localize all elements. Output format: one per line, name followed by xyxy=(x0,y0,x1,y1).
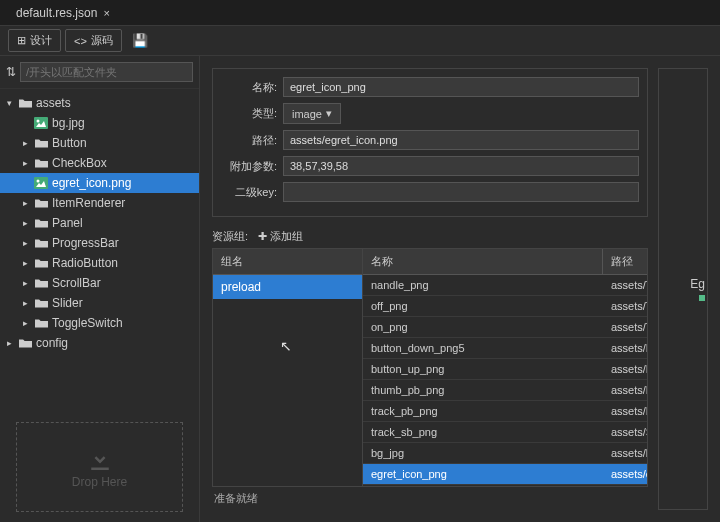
chevron-down-icon[interactable]: ▾ xyxy=(4,98,14,108)
preview-panel: Eg xyxy=(658,68,708,510)
table-row[interactable]: nandle_pngassets/ToggleSwitch xyxy=(363,275,647,296)
cell-path: assets/ToggleSwitch xyxy=(603,275,647,295)
tree-item[interactable]: ▸RadioButton xyxy=(0,253,199,273)
table-row[interactable]: button_down_png5assets/Button/butto xyxy=(363,338,647,359)
tree-item-label: ScrollBar xyxy=(52,276,101,290)
plus-icon: ✚ xyxy=(258,230,267,243)
svg-point-3 xyxy=(37,180,40,183)
image-icon xyxy=(34,177,48,189)
folder-icon xyxy=(34,217,48,229)
source-button[interactable]: <> 源码 xyxy=(65,29,122,52)
tree-item[interactable]: ▸ToggleSwitch xyxy=(0,313,199,333)
tree-item[interactable]: ▸CheckBox xyxy=(0,153,199,173)
chevron-right-icon[interactable]: ▸ xyxy=(20,198,30,208)
chevron-right-icon[interactable]: ▸ xyxy=(4,338,14,348)
type-select[interactable]: image ▾ xyxy=(283,103,341,124)
tab-title: default.res.json xyxy=(16,6,97,20)
table-row[interactable]: track_pb_pngassets/ProgressBar/ xyxy=(363,401,647,422)
tree-item[interactable]: ▸Button xyxy=(0,133,199,153)
type-label: 类型: xyxy=(221,106,277,121)
tree-item-label: ItemRenderer xyxy=(52,196,125,210)
tree-item[interactable]: ▸ItemRenderer xyxy=(0,193,199,213)
cell-name: button_down_png5 xyxy=(363,338,603,358)
cell-path: assets/Button/butto xyxy=(603,359,647,379)
tree-item-label: ToggleSwitch xyxy=(52,316,123,330)
tree-item-label: Slider xyxy=(52,296,83,310)
table-row[interactable]: on_pngassets/ToggleSwitch xyxy=(363,317,647,338)
tree-item[interactable]: ▾assets xyxy=(0,93,199,113)
design-button[interactable]: ⊞ 设计 xyxy=(8,29,61,52)
chevron-right-icon[interactable]: ▸ xyxy=(20,278,30,288)
tree-item[interactable]: egret_icon.png xyxy=(0,173,199,193)
filter-input[interactable] xyxy=(20,62,193,82)
cell-name: track_pb_png xyxy=(363,401,603,421)
tree-item-label: Button xyxy=(52,136,87,150)
secondkey-input[interactable] xyxy=(283,182,639,202)
path-input[interactable] xyxy=(283,130,639,150)
filter-icon[interactable]: ⇅ xyxy=(6,65,16,79)
cell-name: off_png xyxy=(363,296,603,316)
tree-item[interactable]: bg.jpg xyxy=(0,113,199,133)
tree-item-label: config xyxy=(36,336,68,350)
add-group-button[interactable]: ✚ 添加组 xyxy=(258,229,303,244)
tree-item-label: ProgressBar xyxy=(52,236,119,250)
sidebar: ⇅ ▾assetsbg.jpg▸Button▸CheckBoxegret_ico… xyxy=(0,56,200,522)
name-input[interactable] xyxy=(283,77,639,97)
chevron-right-icon[interactable]: ▸ xyxy=(20,138,30,148)
resource-table: 名称 路径 nandle_pngassets/ToggleSwitchoff_p… xyxy=(363,249,647,486)
table-row[interactable]: off_pngassets/ToggleSwitch xyxy=(363,296,647,317)
dropzone[interactable]: Drop Here xyxy=(16,422,183,512)
path-label: 路径: xyxy=(221,133,277,148)
cell-path: assets/bg.jpg xyxy=(603,443,647,463)
cell-name: egret_icon_png xyxy=(363,464,603,484)
image-icon xyxy=(34,117,48,129)
file-tab[interactable]: default.res.json × xyxy=(8,2,118,24)
table-row[interactable]: track_sb_pngassets/ScrollBar/tra xyxy=(363,422,647,443)
cell-path: assets/ScrollBar/tra xyxy=(603,422,647,442)
tree-item[interactable]: ▸ScrollBar xyxy=(0,273,199,293)
groups-label: 资源组: xyxy=(212,229,248,244)
folder-icon xyxy=(34,197,48,209)
tree-item[interactable]: ▸config xyxy=(0,333,199,353)
secondkey-label: 二级key: xyxy=(221,185,277,200)
table-row[interactable]: bg_jpgassets/bg.jpg xyxy=(363,443,647,464)
tree-item-label: Panel xyxy=(52,216,83,230)
close-icon[interactable]: × xyxy=(103,7,109,19)
tree-item[interactable]: ▸Panel xyxy=(0,213,199,233)
extra-label: 附加参数: xyxy=(221,159,277,174)
tree-item[interactable]: ▸Slider xyxy=(0,293,199,313)
group-item[interactable]: preload xyxy=(213,275,362,299)
extra-input[interactable] xyxy=(283,156,639,176)
chevron-right-icon[interactable]: ▸ xyxy=(20,298,30,308)
folder-icon xyxy=(18,337,32,349)
cell-name: bg_jpg xyxy=(363,443,603,463)
cell-path: assets/ToggleSwitch xyxy=(603,296,647,316)
table-row[interactable]: button_up_pngassets/Button/butto xyxy=(363,359,647,380)
layout-icon: ⊞ xyxy=(17,34,26,47)
chevron-down-icon: ▾ xyxy=(326,107,332,120)
folder-icon xyxy=(34,157,48,169)
download-icon xyxy=(85,445,115,475)
status-text: 准备就绪 xyxy=(212,487,648,510)
chevron-right-icon[interactable]: ▸ xyxy=(20,318,30,328)
preview-thumbnail xyxy=(699,295,705,301)
properties-panel: 名称: 类型: image ▾ 路径: 附加参数: xyxy=(212,68,648,217)
toolbar: ⊞ 设计 <> 源码 💾 xyxy=(0,26,720,56)
groupname-header: 组名 xyxy=(213,249,362,275)
preview-label: Eg xyxy=(690,277,705,291)
cell-name: nandle_png xyxy=(363,275,603,295)
table-row[interactable]: thumb_pb_pngassets/ProgressBar/ xyxy=(363,380,647,401)
svg-rect-2 xyxy=(34,177,48,189)
save-icon[interactable]: 💾 xyxy=(126,30,154,51)
cell-path: assets/ProgressBar/ xyxy=(603,401,647,421)
tree-item[interactable]: ▸ProgressBar xyxy=(0,233,199,253)
chevron-right-icon[interactable]: ▸ xyxy=(20,218,30,228)
dropzone-label: Drop Here xyxy=(72,475,127,489)
chevron-right-icon[interactable]: ▸ xyxy=(20,238,30,248)
tree-item-label: RadioButton xyxy=(52,256,118,270)
folder-icon xyxy=(18,97,32,109)
table-row[interactable]: egret_icon_pngassets/egret_icon.pn xyxy=(363,464,647,485)
chevron-right-icon[interactable]: ▸ xyxy=(20,258,30,268)
chevron-right-icon[interactable]: ▸ xyxy=(20,158,30,168)
tab-bar: default.res.json × xyxy=(0,0,720,26)
